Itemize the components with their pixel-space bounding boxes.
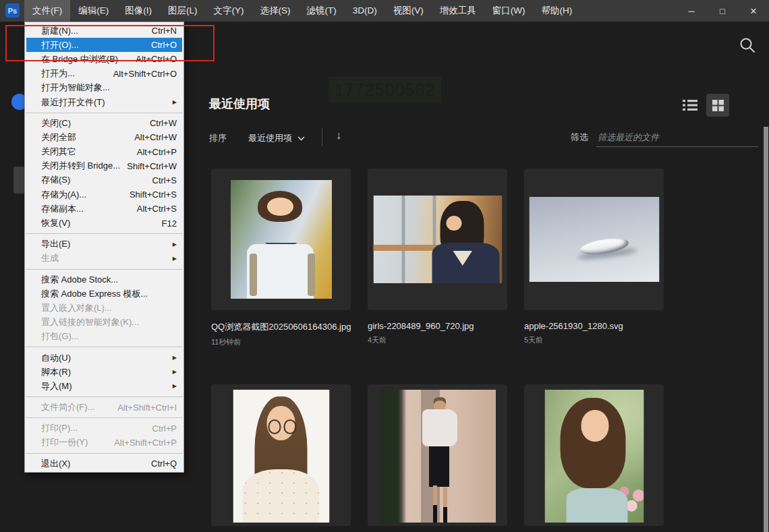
vertical-scrollbar[interactable] (764, 127, 768, 532)
menu-item-label: 存储(S) (41, 174, 70, 186)
file-menu-item-4-1[interactable]: 脚本(R)▶ (25, 365, 183, 379)
file-menu-item-0-2[interactable]: 在 Bridge 中浏览(B)Alt+Ctrl+O (25, 52, 183, 66)
file-menu-item-1-1[interactable]: 关闭全部Alt+Ctrl+W (25, 130, 183, 144)
menu-item-shortcut: Ctrl+W (150, 118, 177, 128)
recent-file-thumbnail-man-against-wall-photo[interactable] (368, 384, 507, 526)
file-menu-item-0-4[interactable]: 打开为智能对象... (25, 81, 183, 95)
menu-item-label: 置入嵌入对象(L)... (41, 302, 112, 314)
recent-file-card (368, 384, 507, 532)
menu-item-label: 打包(G)... (41, 330, 79, 343)
menu-separator (26, 453, 183, 454)
list-view-icon[interactable] (683, 99, 697, 111)
photoshop-logo-icon: Ps (5, 3, 20, 18)
filter-input[interactable] (596, 127, 758, 147)
menubar-item-6[interactable]: 滤镜(T) (299, 0, 345, 22)
menubar-item-1[interactable]: 编辑(E) (70, 0, 117, 22)
file-menu-item-3-0[interactable]: 搜索 Adobe Stock... (25, 272, 183, 287)
file-menu-item-4-0[interactable]: 自动(U)▶ (25, 351, 183, 365)
close-button[interactable]: ✕ (738, 0, 769, 22)
sort-label: 排序 (209, 132, 227, 144)
file-menu-item-0-3[interactable]: 打开为...Alt+Shift+Ctrl+O (25, 67, 183, 81)
menu-item-label: 恢复(V) (41, 217, 70, 229)
file-menu-item-3-3: 置入链接的智能对象(K)... (25, 316, 183, 330)
menubar-item-5[interactable]: 选择(S) (252, 0, 299, 22)
file-menu-item-1-2[interactable]: 关闭其它Alt+Ctrl+P (25, 145, 183, 159)
file-menu-item-1-7[interactable]: 恢复(V)F12 (25, 216, 183, 230)
watermark-text: 1772500582 (329, 77, 441, 102)
file-menu-item-3-4: 打包(G)... (25, 330, 183, 344)
recent-files-grid: QQ浏览器截图20250606164306.jpg11秒钟前 girls-220… (211, 169, 664, 532)
chevron-down-icon (297, 136, 305, 141)
file-menu-item-1-6[interactable]: 存储副本...Alt+Ctrl+S (25, 202, 183, 216)
file-menu-dropdown: 新建(N)...Ctrl+N打开(O)...Ctrl+O在 Bridge 中浏览… (24, 22, 184, 473)
file-menu-item-3-2: 置入嵌入对象(L)... (25, 301, 183, 315)
file-menu-item-7-0[interactable]: 退出(X)Ctrl+Q (25, 456, 183, 471)
menu-item-shortcut: Alt+Shift+Ctrl+I (117, 403, 177, 413)
menubar-item-9[interactable]: 增效工具 (432, 0, 484, 22)
menu-item-shortcut: Alt+Ctrl+O (136, 54, 177, 64)
menu-item-label: 关闭全部 (41, 131, 76, 144)
menu-item-label: 存储为(A)... (41, 189, 86, 201)
submenu-arrow-icon: ▶ (173, 256, 177, 262)
menubar-item-7[interactable]: 3D(D) (345, 0, 385, 22)
file-menu-item-1-4[interactable]: 存储(S)Ctrl+S (25, 173, 183, 187)
recent-file-thumbnail-white-computer-mouse-photo[interactable] (524, 169, 664, 310)
sort-direction-icon[interactable]: ↓ (336, 129, 341, 142)
file-menu-item-0-1[interactable]: 打开(O)...Ctrl+O (26, 38, 182, 52)
file-name: girls-2208489_960_720.jpg (368, 321, 507, 331)
file-menu-item-2-0[interactable]: 导出(E)▶ (25, 237, 183, 252)
maximize-button[interactable]: □ (707, 0, 738, 22)
recent-file-thumbnail-girl-in-school-uniform-photo[interactable] (211, 169, 351, 310)
menu-item-label: 导出(E) (41, 238, 70, 250)
file-menu-item-2-1: 生成▶ (25, 252, 183, 266)
menu-item-shortcut: Alt+Shift+Ctrl+P (114, 438, 177, 448)
menubar-item-0[interactable]: 文件(F) (24, 0, 70, 22)
menu-item-label: 新建(N)... (41, 25, 78, 37)
file-menu-item-0-0[interactable]: 新建(N)...Ctrl+N (25, 24, 183, 38)
menubar-item-10[interactable]: 窗口(W) (484, 0, 534, 22)
recent-file-thumbnail-girl-by-window-photo[interactable] (368, 169, 507, 310)
menu-item-label: 在 Bridge 中浏览(B) (41, 53, 118, 65)
menubar-item-11[interactable]: 帮助(H) (533, 0, 580, 22)
recent-file-card (524, 384, 664, 532)
menu-item-label: 置入链接的智能对象(K)... (41, 316, 139, 328)
file-menu-item-1-0[interactable]: 关闭(C)Ctrl+W (25, 116, 183, 130)
sort-dropdown[interactable]: 最近使用项 (248, 132, 305, 144)
submenu-arrow-icon: ▶ (173, 99, 177, 105)
recent-file-thumbnail-woman-with-flowers-photo[interactable] (524, 384, 664, 526)
menu-item-shortcut: Shift+Ctrl+S (130, 189, 177, 200)
file-name: QQ浏览器截图20250606164306.jpg (211, 321, 351, 333)
menubar-item-4[interactable]: 文字(Y) (206, 0, 252, 22)
menu-item-label: 打印(P)... (41, 422, 78, 434)
menu-item-label: 打开为智能对象... (41, 82, 110, 94)
file-menu-item-1-3[interactable]: 关闭并转到 Bridge...Shift+Ctrl+W (25, 159, 183, 173)
photoshop-window: Ps 文件(F)编辑(E)图像(I)图层(L)文字(Y)选择(S)滤镜(T)3D… (0, 0, 769, 532)
page-title: 最近使用项 (209, 96, 270, 112)
grid-view-icon[interactable] (706, 94, 729, 117)
menu-item-shortcut: Ctrl+N (152, 26, 177, 36)
file-menu-item-4-2[interactable]: 导入(M)▶ (25, 379, 183, 393)
file-menu-item-3-1[interactable]: 搜索 Adobe Express 模板... (25, 287, 183, 301)
menu-item-label: 脚本(R) (41, 366, 71, 378)
recent-file-card: QQ浏览器截图20250606164306.jpg11秒钟前 (211, 169, 351, 384)
menu-separator (26, 269, 183, 270)
menu-item-shortcut: Alt+Ctrl+P (137, 147, 177, 157)
sort-value: 最近使用项 (248, 132, 292, 144)
search-icon[interactable] (738, 36, 757, 55)
file-menu-item-1-5[interactable]: 存储为(A)...Shift+Ctrl+S (25, 187, 183, 202)
file-modified-time: 11秒钟前 (211, 337, 351, 347)
menubar-item-8[interactable]: 视图(V) (385, 0, 432, 22)
menubar-item-2[interactable]: 图像(I) (117, 0, 160, 22)
recent-file-thumbnail-woman-with-glasses-photo[interactable] (211, 384, 351, 526)
minimize-button[interactable]: ─ (676, 0, 707, 22)
menu-separator (26, 417, 183, 418)
menu-item-label: 搜索 Adobe Express 模板... (41, 288, 148, 300)
submenu-arrow-icon: ▶ (173, 355, 177, 361)
file-modified-time: 5天前 (524, 335, 664, 345)
file-menu-item-0-5[interactable]: 最近打开文件(T)▶ (25, 95, 183, 109)
menu-item-shortcut: Ctrl+O (151, 40, 177, 50)
photo-man-against-wall-photo (380, 390, 496, 523)
menu-item-label: 打开(O)... (41, 39, 79, 51)
menubar-item-3[interactable]: 图层(L) (160, 0, 206, 22)
divider (322, 128, 322, 146)
